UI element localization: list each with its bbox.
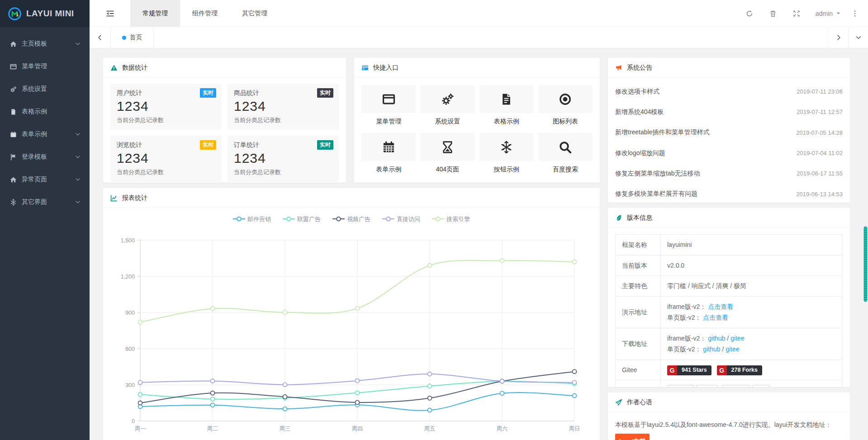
- sidebar-item-登录模板[interactable]: 登录模板: [0, 146, 90, 168]
- notice-time: 2019-06-13 14:53: [796, 191, 843, 198]
- user-menu[interactable]: admin: [808, 10, 848, 17]
- layui-logo-icon: [7, 6, 22, 21]
- tabbar: 首页: [90, 27, 868, 48]
- hourglass-icon: [441, 141, 454, 154]
- link-github[interactable]: github: [708, 335, 725, 342]
- svg-text:0: 0: [132, 418, 135, 425]
- top-nav-item[interactable]: 常规管理: [130, 0, 180, 27]
- sidebar-item-主页模板[interactable]: 主页模板: [0, 33, 90, 55]
- gears-icon: [10, 86, 17, 93]
- github-fork-button[interactable]: Fork: [722, 385, 750, 387]
- stat-card-商品统计: 商品统计实时1234当前分类总记录数: [228, 84, 339, 130]
- link-gitee[interactable]: gitee: [730, 335, 744, 342]
- content: 数据统计 用户统计实时1234当前分类总记录数商品统计实时1234当前分类总记录…: [90, 48, 868, 440]
- legend-item-搜索引擎[interactable]: 搜索引擎: [432, 215, 470, 223]
- github-fork-count[interactable]: 440: [752, 385, 769, 387]
- legend-item-邮件营销[interactable]: 邮件营销: [233, 215, 271, 223]
- top-nav-item[interactable]: 其它管理: [230, 0, 280, 27]
- sidebar-item-异常页面[interactable]: 异常页面: [0, 168, 90, 191]
- tab-options-button[interactable]: [848, 27, 868, 48]
- sidebar-item-菜单管理[interactable]: 菜单管理: [0, 55, 90, 78]
- page-scrollbar-thumb[interactable]: [863, 226, 868, 302]
- stat-card-订单统计: 订单统计实时1234当前分类总记录数: [228, 136, 339, 182]
- link-gitee[interactable]: gitee: [726, 345, 739, 353]
- topbar: 常规管理组件管理其它管理 admin: [90, 0, 868, 27]
- more-menu-button[interactable]: [848, 0, 862, 27]
- legend-item-视频广告[interactable]: 视频广告: [332, 215, 370, 223]
- version-row-value: 零门槛 / 响应式 / 清爽 / 极简: [661, 276, 843, 297]
- tab-scroll-left-button[interactable]: [90, 27, 110, 48]
- sidebar-toggle-button[interactable]: [90, 0, 130, 27]
- version-body: 框架名称layuimini当前版本v2.0.0主要特色零门槛 / 响应式 / 清…: [608, 228, 850, 387]
- quick-entry-表格示例[interactable]: 表格示例: [479, 85, 534, 128]
- quick-entry-系统设置[interactable]: 系统设置: [420, 85, 474, 128]
- version-row-label: Gitee: [616, 360, 661, 380]
- link-点击查看[interactable]: 点击查看: [708, 303, 733, 310]
- quick-entry-按钮示例[interactable]: 按钮示例: [479, 133, 534, 175]
- right-column: 系统公告 修改选项卡样式2019-07-11 23:06新增系统404模板201…: [608, 58, 850, 440]
- gitee-badge[interactable]: G278 Forks: [717, 365, 762, 375]
- legend-marker: [432, 216, 444, 223]
- layui-doc-badge[interactable]: layui文档: [615, 434, 650, 440]
- version-row-value: G941 StarsG278 Forks: [661, 360, 843, 380]
- stat-card-浏览统计: 浏览统计实时1234当前分类总记录数: [110, 136, 222, 182]
- sidebar-item-label: 异常页面: [22, 175, 75, 184]
- username: admin: [816, 10, 833, 17]
- refresh-button[interactable]: [738, 0, 761, 27]
- quick-entry-菜单管理[interactable]: 菜单管理: [361, 85, 416, 128]
- notice-item: 新增系统404模板2019-07-11 12:57: [615, 102, 843, 122]
- quick-entry-label: 系统设置: [420, 118, 474, 126]
- stat-card-desc: 当前分类总记录数: [234, 168, 332, 176]
- top-nav-item[interactable]: 组件管理: [180, 0, 230, 27]
- search-icon: [559, 141, 572, 154]
- chevron-down-icon: [75, 154, 81, 160]
- clear-cache-button[interactable]: [761, 0, 785, 27]
- panel-header: 数据统计: [103, 58, 346, 78]
- snowflake-icon: [10, 199, 17, 206]
- realtime-badge: 实时: [200, 140, 216, 150]
- legend-item-联盟广告[interactable]: 联盟广告: [283, 215, 321, 223]
- gitee-badge[interactable]: G941 Stars: [667, 365, 711, 375]
- panel-header: 快捷入口: [354, 58, 600, 78]
- quick-entry-图标列表[interactable]: 图标列表: [538, 85, 593, 128]
- tab-首页[interactable]: 首页: [110, 27, 154, 48]
- quick-entry-label: 百度搜索: [538, 166, 593, 174]
- realtime-badge: 实时: [200, 88, 216, 98]
- sidebar-item-其它界面[interactable]: 其它界面: [0, 191, 90, 213]
- snowflake-icon: [500, 141, 513, 154]
- version-row-label: 下载地址: [616, 328, 661, 360]
- line-chart-icon: [110, 194, 118, 202]
- legend-item-直接访问[interactable]: 直接访问: [382, 215, 420, 223]
- caret-down-icon: [836, 11, 841, 16]
- tab-label: 首页: [130, 33, 142, 42]
- github-star-button[interactable]: Star: [667, 385, 694, 387]
- fullscreen-button[interactable]: [785, 0, 808, 27]
- svg-text:300: 300: [125, 382, 135, 388]
- quick-entry-表单示例[interactable]: 表单示例: [361, 133, 416, 175]
- quick-entry-百度搜索[interactable]: 百度搜索: [538, 133, 593, 175]
- leaf-icon: [615, 214, 622, 222]
- quick-entry-iconbox: [361, 85, 416, 113]
- file-icon: [10, 109, 17, 115]
- sidebar-item-label: 登录模板: [22, 153, 75, 161]
- chevron-left-icon: [97, 34, 103, 41]
- version-row-演示地址: 演示地址iframe版-v2： 点击查看单页版-v2： 点击查看: [616, 296, 843, 328]
- author-body: 本模板基于layui2.5.4以及font-awesome-4.7.0进行实现。…: [608, 412, 850, 440]
- tab-list: 首页: [110, 27, 828, 48]
- notice-list: 修改选项卡样式2019-07-11 23:06新增系统404模板2019-07-…: [608, 78, 850, 203]
- github-star-count[interactable]: 1,419: [696, 385, 718, 387]
- tab-scroll-right-button[interactable]: [828, 27, 848, 48]
- sidebar-item-表格示例[interactable]: 表格示例: [0, 100, 90, 123]
- megaphone-icon: [615, 64, 622, 71]
- sidebar-item-label: 系统设置: [22, 85, 81, 93]
- link-github[interactable]: github: [703, 345, 720, 353]
- trash-icon: [769, 10, 777, 17]
- gitee-badge-text: 278 Forks: [727, 365, 762, 375]
- quick-entry-404页面[interactable]: 404页面: [420, 133, 474, 175]
- sidebar-item-表单示例[interactable]: 表单示例: [0, 123, 90, 146]
- link-点击查看[interactable]: 点击查看: [703, 314, 728, 321]
- gears-icon: [441, 93, 454, 106]
- sidebar-item-系统设置[interactable]: 系统设置: [0, 78, 90, 100]
- home-icon: [10, 41, 17, 47]
- svg-text:周六: 周六: [497, 426, 508, 432]
